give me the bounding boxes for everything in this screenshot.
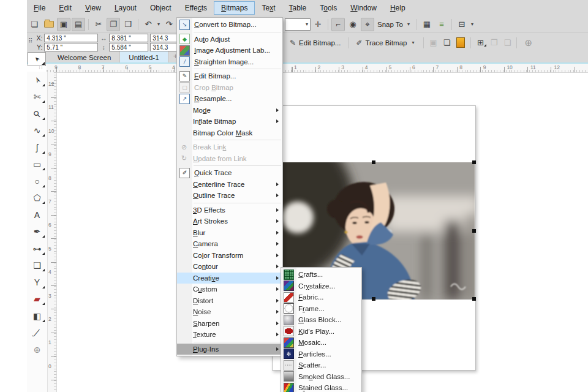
menu-item-crystalize[interactable]: Crystalize... [281,281,361,292]
menu-tools[interactable]: Tools [313,1,344,15]
open-button[interactable] [42,18,56,31]
object-width-field[interactable] [109,34,148,42]
menu-item-kid-s-play[interactable]: Kid's Play... [281,326,361,337]
paste-button[interactable]: ❒ [121,18,135,31]
horizontal-ruler[interactable]: 987654123456789101112 [47,64,588,73]
resample-button[interactable]: ❏ [440,38,453,47]
cut-button[interactable]: ✂ [92,18,105,31]
tool-freehand[interactable]: ∿ [27,123,47,140]
tool-eyedropper[interactable]: ⌡ [27,325,47,342]
menu-item-resample[interactable]: Resample... [177,93,282,105]
menu-item-update-from-link[interactable]: Update from Link [177,153,282,165]
menu-item-3d-effects[interactable]: 3D Effects [177,205,282,216]
menu-item-color-transform[interactable]: Color Transform [177,250,282,262]
menu-item-break-link[interactable]: Break Link [177,141,282,153]
snap-to-button[interactable]: Snap To ▾ [377,21,412,28]
redo-button[interactable]: ↷ [162,18,176,31]
selection-handle-top-center[interactable] [372,160,375,164]
selection-handle-middle-right[interactable] [472,229,476,233]
tool-shape[interactable]: ➢ [27,72,47,89]
ruler-origin-button[interactable]: ∷ [36,64,45,72]
menu-item-sharpen[interactable]: Sharpen [177,318,282,330]
save-button[interactable]: ▣ [57,18,70,31]
tool-polygon[interactable]: ⬠ [27,190,47,207]
menu-window[interactable]: Window [344,1,383,15]
menu-item-crop-bitmap[interactable]: Crop Bitmap [177,82,282,94]
menu-layout[interactable]: Layout [108,1,143,15]
options-list-button[interactable]: ≡ [435,18,448,31]
menu-effects[interactable]: Effects [178,1,214,15]
trace-bitmap-button[interactable]: ✐ Trace Bitmap ▾ [351,37,421,49]
y-position-field[interactable] [44,43,98,51]
preview-mode-button[interactable]: ◉ [346,18,360,31]
x-position-field[interactable] [44,34,98,42]
menu-text[interactable]: Text [255,1,282,15]
menu-item-centerline-trace[interactable]: Centerline Trace [177,179,282,190]
menu-item-mosaic[interactable]: Mosaic... [281,337,361,349]
bitmap-color-mask-icon[interactable] [456,37,465,48]
menu-item-camera[interactable]: Camera [177,238,282,250]
menu-item-edit-bitmap[interactable]: Edit Bitmap... [177,70,282,82]
tool-rectangle[interactable]: ▭ [27,156,47,173]
copy-button[interactable]: ❐ [107,18,120,31]
zoom-level-combo[interactable]: ▾ [285,18,311,31]
menu-item-outline-trace[interactable]: Outline Trace [177,190,282,202]
menu-item-inflate-bitmap[interactable]: Inflate Bitmap [177,116,282,127]
selection-handle-top-right[interactable] [472,160,476,164]
tool-interactive-fill[interactable]: ◧ [27,307,47,325]
menu-item-particles[interactable]: Particles... [281,349,361,360]
menu-table[interactable]: Table [282,1,314,15]
undo-dropdown-arrow[interactable]: ▾ [156,21,162,27]
vertical-ruler[interactable]: 1211109876543210 [48,72,57,392]
menu-item-scatter[interactable]: Scatter... [281,360,361,371]
new-document-button[interactable]: ❏ [28,18,41,31]
menu-help[interactable]: Help [383,1,412,15]
tool-ellipse[interactable]: ○ [27,173,47,190]
tool-add-tool[interactable]: ⊕ [27,341,47,358]
import-image-button[interactable]: ▦ [420,18,434,31]
rulers-toggle-button[interactable]: ⌐ [331,18,345,31]
menu-item-image-adjustment-lab[interactable]: Image Adjustment Lab... [177,45,282,56]
menu-item-convert-to-bitmap[interactable]: Convert to Bitmap... [177,19,282,31]
launcher-dropdown-arrow[interactable]: ▾ [469,21,475,27]
scale-x-field[interactable] [150,34,177,42]
tool-fill[interactable]: ▰ [27,291,47,308]
menu-item-straighten-image[interactable]: Straighten Image... [177,56,282,68]
quick-customize-button[interactable]: ⊕ [524,37,532,48]
menu-item-quick-trace[interactable]: Quick Trace [177,167,282,179]
scale-y-field[interactable] [150,43,177,51]
tool-crop[interactable]: ✄ [27,89,47,106]
menu-item-creative[interactable]: Creative [177,273,282,284]
menu-bitmaps[interactable]: Bitmaps [214,1,255,15]
menu-edit[interactable]: Edit [52,1,78,15]
menu-item-bitmap-color-mask[interactable]: Bitmap Color Mask [177,127,282,139]
edit-bitmap-button[interactable]: ✎ Edit Bitmap... [285,37,345,49]
print-button[interactable]: ▤ [72,18,85,31]
menu-item-contour[interactable]: Contour [177,261,282,273]
menu-item-noise[interactable]: Noise [177,306,282,318]
tool-connector[interactable]: ⊶ [27,240,47,257]
menu-file[interactable]: File [27,1,52,15]
menu-item-distort[interactable]: Distort [177,295,282,307]
tool-drop-shadow[interactable]: ❑ [27,257,47,274]
object-height-field[interactable] [109,43,148,51]
application-launcher-button[interactable]: ⊟ [455,18,469,31]
menu-item-plug-ins[interactable]: Plug-Ins [177,344,282,355]
pan-button[interactable]: ✛ [311,18,325,31]
tool-transparency[interactable]: Y [27,274,47,291]
menu-item-crafts[interactable]: Crafts... [281,269,361,281]
tab-untitled-1[interactable]: Untitled-1 [120,51,168,64]
menu-item-stained-glass[interactable]: Stained Glass... [281,382,361,392]
menu-item-blur[interactable]: Blur [177,227,282,239]
tool-pen[interactable]: ✒ [27,224,47,241]
menu-item-frame[interactable]: Frame... [281,303,361,315]
selection-handle-bottom-right[interactable] [472,297,476,301]
selection-handle-bottom-center[interactable] [372,297,375,301]
menu-view[interactable]: View [78,1,108,15]
menu-item-texture[interactable]: Texture [177,329,282,341]
tool-artistic-media[interactable]: ʃ [27,139,47,156]
menu-item-glass-block[interactable]: Glass Block... [281,314,361,326]
menu-item-smoked-glass[interactable]: Smoked Glass... [281,371,361,383]
menu-item-custom[interactable]: Custom [177,284,282,295]
menu-item-fabric[interactable]: Fabric... [281,292,361,303]
